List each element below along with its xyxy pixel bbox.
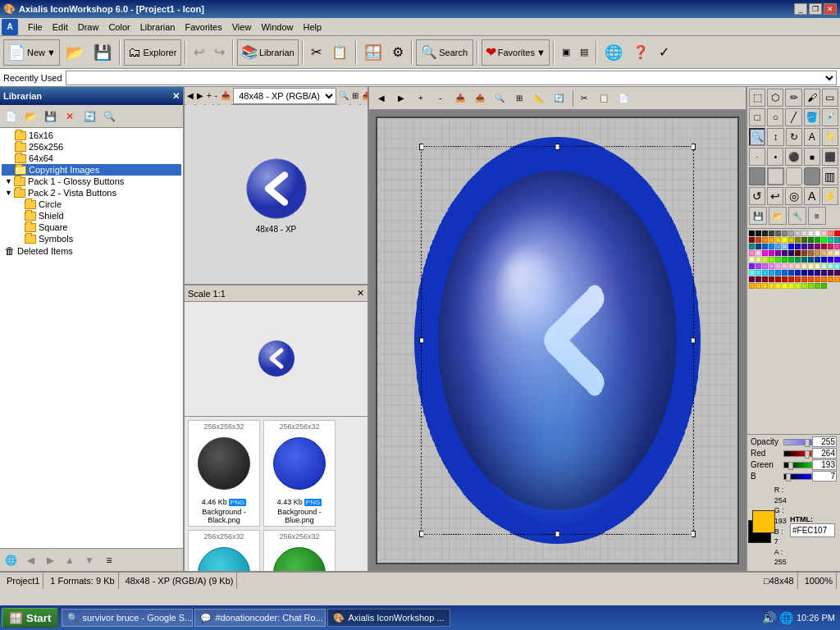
color-cell[interactable] — [762, 237, 768, 243]
canvas-tb-2[interactable]: ▶ — [392, 89, 410, 107]
blue-slider[interactable] — [783, 473, 812, 480]
color-cell[interactable] — [795, 263, 801, 269]
color-cell[interactable] — [769, 237, 774, 243]
color-cell[interactable] — [821, 231, 827, 236]
list-item[interactable]: 256x256x32 4.48 Kb PNG Background -Green… — [263, 530, 336, 571]
lib-left-btn[interactable]: ◀ — [21, 551, 39, 569]
menu-librarian[interactable]: Librarian — [135, 21, 180, 34]
redo-button[interactable]: ↪ — [210, 39, 229, 66]
color-cell[interactable] — [834, 263, 840, 269]
swatch-foreground[interactable] — [752, 510, 775, 533]
color-cell[interactable] — [828, 270, 833, 276]
color-cell[interactable] — [815, 231, 820, 236]
undo-button[interactable]: ↩ — [189, 39, 208, 66]
color-cell[interactable] — [801, 276, 807, 282]
tool-eyedrop[interactable]: 💉 — [822, 108, 838, 126]
menu-draw[interactable]: Draw — [73, 21, 104, 34]
tool-eraser[interactable]: ▭ — [822, 89, 838, 107]
color-cell[interactable] — [769, 263, 774, 269]
lib-save-btn[interactable]: 💾 — [41, 107, 59, 126]
tree-container[interactable]: 16x16 256x256 64x64 Copyright Images ▼ P… — [0, 128, 183, 548]
tools-btn-2[interactable]: 📋 — [327, 39, 352, 66]
color-cell[interactable] — [756, 263, 761, 269]
info-btn[interactable]: ❓ — [628, 39, 653, 66]
color-cell[interactable] — [775, 257, 781, 262]
shape-outline-sq[interactable] — [767, 167, 783, 185]
color-cell[interactable] — [808, 237, 814, 243]
tool-effect[interactable]: ✨ — [822, 128, 838, 146]
menu-file[interactable]: File — [23, 21, 48, 34]
color-cell[interactable] — [828, 250, 833, 256]
window-controls[interactable]: _ ❐ ✕ — [794, 3, 837, 15]
open-button[interactable]: 📂 — [62, 39, 88, 66]
color-cell[interactable] — [788, 263, 794, 269]
color-cell[interactable] — [788, 244, 794, 249]
lib-new-btn[interactable]: 📄 — [2, 107, 20, 126]
format-del-btn[interactable]: - — [214, 87, 218, 105]
color-cell[interactable] — [756, 257, 761, 262]
color-cell[interactable] — [834, 257, 840, 262]
green-slider[interactable] — [783, 462, 812, 468]
color-cell[interactable] — [828, 231, 833, 236]
color-cell[interactable] — [834, 276, 840, 282]
color-cell[interactable] — [801, 237, 807, 243]
color-cell[interactable] — [782, 283, 788, 289]
tool-select-rect[interactable]: ⬚ — [749, 89, 765, 107]
lib-globe-btn[interactable]: 🌐 — [2, 551, 20, 569]
explorer-button[interactable]: 🗂 Explorer — [124, 39, 181, 66]
windows-icon-btn[interactable]: 🪟 — [360, 39, 386, 66]
format-import-btn[interactable]: 📥 — [220, 87, 231, 105]
canvas-tb-6[interactable]: 📤 — [471, 89, 489, 107]
red-slider[interactable] — [783, 450, 812, 457]
lib-list-btn[interactable]: ≡ — [100, 551, 118, 569]
action-btn-4[interactable]: ≡ — [808, 207, 826, 225]
color-cell[interactable] — [801, 283, 807, 289]
color-cell[interactable] — [749, 270, 755, 276]
list-item[interactable]: 256x256x32 4.52 Kb PNG Background -Cyan.… — [188, 530, 260, 571]
color-cell[interactable] — [762, 250, 768, 256]
size-3px[interactable]: ⚫ — [785, 148, 801, 166]
color-cell[interactable] — [795, 231, 801, 236]
tree-item-square[interactable]: Square — [2, 221, 181, 233]
color-cell[interactable] — [762, 263, 768, 269]
color-cell[interactable] — [762, 270, 768, 276]
color-cell[interactable] — [788, 237, 794, 243]
color-cell[interactable] — [775, 250, 781, 256]
color-cell[interactable] — [808, 276, 814, 282]
canvas-container[interactable] — [369, 110, 746, 571]
color-cell[interactable] — [801, 257, 807, 262]
color-cell[interactable] — [834, 270, 840, 276]
color-cell[interactable] — [782, 231, 788, 236]
color-cell[interactable] — [821, 237, 827, 243]
lib-up-btn[interactable]: ▲ — [61, 551, 79, 569]
web-btn[interactable]: 🌐 — [600, 39, 627, 66]
color-cell[interactable] — [808, 231, 814, 236]
color-cell[interactable] — [801, 231, 807, 236]
format-export-btn[interactable]: 📤 — [361, 87, 369, 105]
menu-window[interactable]: Window — [256, 21, 298, 34]
color-cell[interactable] — [769, 244, 774, 249]
format-add-btn[interactable]: + — [206, 87, 212, 105]
save-button[interactable]: 💾 — [89, 39, 116, 66]
color-cell[interactable] — [828, 263, 833, 269]
color-cell[interactable] — [749, 276, 755, 282]
color-cell[interactable] — [801, 263, 807, 269]
color-cell[interactable] — [762, 231, 768, 236]
color-cell[interactable] — [801, 250, 807, 256]
favorites-button[interactable]: ❤ Favorites ▼ — [482, 39, 550, 66]
color-cell[interactable] — [769, 231, 774, 236]
tool-misc-2[interactable]: ↩ — [767, 187, 783, 205]
taskbar-item-2[interactable]: 💬 #donationcoder: Chat Ro... — [194, 609, 326, 627]
tool-brush[interactable]: 🖌 — [804, 89, 820, 107]
color-cell[interactable] — [808, 283, 814, 289]
format-grid-btn[interactable]: ⊞ — [351, 87, 359, 105]
color-cell[interactable] — [821, 244, 827, 249]
librarian-button[interactable]: 📚 Librarian — [237, 39, 299, 66]
color-cell[interactable] — [788, 283, 794, 289]
shape-extra[interactable]: ▥ — [822, 167, 838, 185]
color-cell[interactable] — [762, 244, 768, 249]
color-cell[interactable] — [775, 244, 781, 249]
color-cell[interactable] — [756, 276, 761, 282]
color-cell[interactable] — [769, 276, 774, 282]
color-cell[interactable] — [801, 270, 807, 276]
